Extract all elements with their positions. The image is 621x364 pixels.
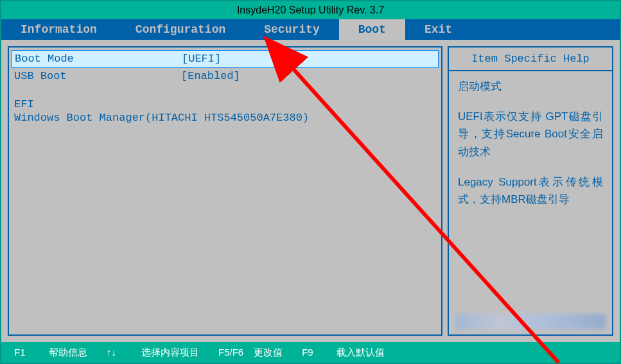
blurred-region [455,314,606,329]
menu-boot[interactable]: Boot [339,19,405,40]
footer-label-select: 选择内容项目 [141,347,199,359]
boot-mode-label: Boot Mode [15,51,182,67]
footer-change: F5/F6 更改值 [218,347,283,359]
help-body: 启动模式 UEFI表示仅支持 GPT磁盘引导，支持Secure Boot安全启动… [449,71,612,227]
footer-key-f1: F1 [14,347,39,359]
menu-exit[interactable]: Exit [405,19,471,40]
window-title: InsydeH20 Setup Utility Rev. 3.7 [237,4,384,16]
help-body-wrapper: 启动模式 UEFI表示仅支持 GPT磁盘引导，支持Secure Boot安全启动… [449,71,612,334]
menu-information[interactable]: Information [1,19,116,40]
help-panel: Item Specific Help 启动模式 UEFI表示仅支持 GPT磁盘引… [448,46,613,336]
boot-mode-row[interactable]: Boot Mode [UEFI] [12,50,439,68]
title-bar: InsydeH20 Setup Utility Rev. 3.7 [1,1,620,19]
footer-help: F1 帮助信息 [14,347,87,359]
efi-section-label: EFI [12,98,439,111]
help-paragraph-2: UEFI表示仅支持 GPT磁盘引导，支持Secure Boot安全启动技术 [458,108,603,160]
footer-label-change: 更改值 [254,347,283,359]
footer-label-help: 帮助信息 [49,347,87,359]
footer-defaults: F9 载入默认值 [302,347,385,359]
usb-boot-value: [Enabled] [181,69,436,84]
footer-key-arrows: ↑↓ [107,347,131,359]
footer-label-defaults: 载入默认值 [337,347,385,359]
bios-window: InsydeH20 Setup Utility Rev. 3.7 Informa… [0,0,621,364]
boot-entry-windows[interactable]: Windows Boot Manager(HITACHI HTS545050A7… [12,111,439,125]
help-paragraph-3: Legacy Support表示传统模式，支持MBR磁盘引导 [458,173,603,208]
footer-bar: F1 帮助信息 ↑↓ 选择内容项目 F5/F6 更改值 F9 载入默认值 [1,342,620,363]
menu-configuration[interactable]: Configuration [116,19,245,40]
help-header: Item Specific Help [449,48,612,71]
footer-select: ↑↓ 选择内容项目 [107,347,199,359]
main-panel: Boot Mode [UEFI] USB Boot [Enabled] EFI … [8,46,442,336]
content-area: Boot Mode [UEFI] USB Boot [Enabled] EFI … [1,40,620,342]
footer-key-f9: F9 [302,347,326,359]
usb-boot-label: USB Boot [14,69,181,84]
usb-boot-row[interactable]: USB Boot [Enabled] [12,68,439,85]
boot-mode-value: [UEFI] [182,51,435,67]
menu-bar: Information Configuration Security Boot … [1,19,620,40]
menu-security[interactable]: Security [245,19,338,40]
footer-key-f5f6: F5/F6 [218,347,243,359]
help-paragraph-1: 启动模式 [458,78,603,95]
